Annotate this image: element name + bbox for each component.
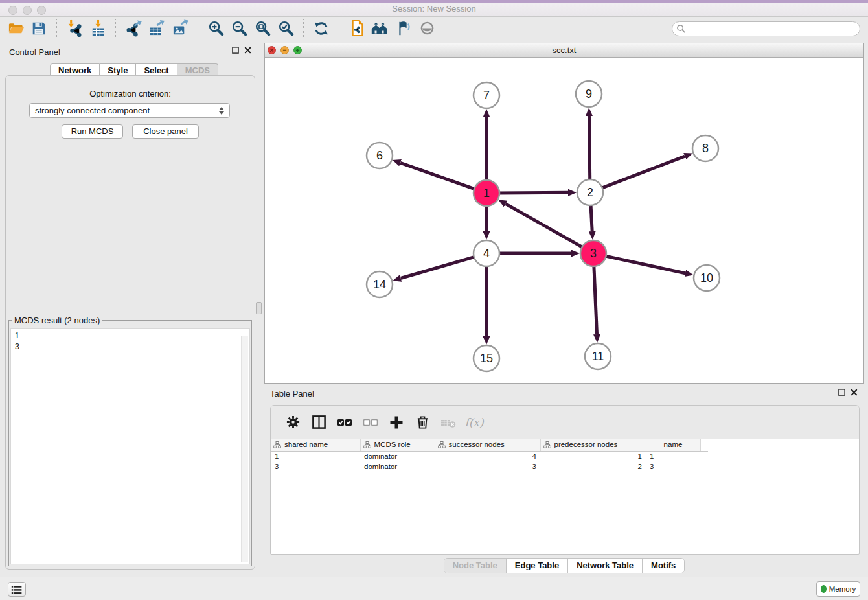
network-window-titlebar[interactable]: scc.txt	[265, 43, 863, 58]
float-panel-icon[interactable]	[838, 389, 845, 396]
graph-edge-2-9[interactable]	[589, 116, 589, 181]
tab-motifs[interactable]: Motifs	[642, 559, 684, 573]
list-icon	[11, 584, 23, 595]
graph-node-label-9: 9	[586, 87, 592, 100]
tab-edge-table[interactable]: Edge Table	[506, 559, 567, 573]
export-table-button[interactable]	[145, 18, 168, 39]
column-header-name[interactable]: name	[646, 439, 700, 451]
export-network-button[interactable]	[122, 18, 145, 39]
cell-successor-nodes[interactable]: 3	[435, 461, 540, 472]
tab-network[interactable]: Network	[50, 63, 100, 76]
float-panel-icon[interactable]	[232, 47, 239, 54]
mcds-tab-content: Optimization criterion: strongly connect…	[5, 75, 255, 570]
zoom-in-button[interactable]	[204, 18, 227, 39]
close-panel-icon[interactable]	[244, 47, 251, 54]
toolbar-separator	[198, 19, 198, 38]
task-history-button[interactable]	[8, 582, 26, 597]
cell-successor-nodes[interactable]: 4	[435, 451, 540, 461]
fx-icon: f(x)	[464, 416, 483, 429]
table-settings-button[interactable]	[281, 411, 304, 434]
graph-edge-3-1[interactable]	[506, 204, 584, 248]
optimization-criterion-select[interactable]: strongly connected component	[29, 103, 230, 118]
close-panel-icon[interactable]	[851, 389, 858, 396]
vertical-splitter-handle[interactable]	[256, 302, 262, 314]
zoom-fit-button[interactable]	[251, 18, 274, 39]
result-scrollbar[interactable]	[241, 336, 248, 562]
tab-mcds[interactable]: MCDS	[177, 63, 218, 76]
import-network-button[interactable]	[63, 18, 86, 39]
home-button[interactable]	[369, 18, 392, 39]
column-header-successor-nodes[interactable]: successor nodes	[435, 439, 540, 451]
add-column-button[interactable]	[385, 411, 408, 434]
zoom-out-button[interactable]	[227, 18, 251, 39]
zoom-selected-button[interactable]	[274, 18, 297, 39]
table-panel-tabs: Node Table Edge Table Network Table Moti…	[264, 558, 864, 573]
graph-edge-3-11[interactable]	[594, 265, 597, 334]
cell-mcds-role[interactable]: dominator	[360, 461, 435, 472]
column-header-shared-name[interactable]: shared name	[271, 439, 360, 451]
search-field	[672, 21, 860, 36]
zoom-in-icon	[207, 19, 225, 37]
open-file-button[interactable]	[4, 18, 27, 39]
cell-shared-name[interactable]: 3	[271, 461, 360, 472]
status-bar: Memory	[0, 577, 868, 600]
graph-node-label-6: 6	[376, 149, 383, 162]
search-input[interactable]	[686, 23, 860, 35]
network-overview-button[interactable]	[345, 18, 369, 39]
network-window-title: scc.txt	[265, 45, 863, 55]
save-session-button[interactable]	[27, 18, 51, 39]
import-table-icon	[89, 19, 107, 37]
apply-layout-button[interactable]	[310, 18, 333, 39]
export-table-icon	[148, 19, 166, 37]
table-header-row: shared name MCDS role successor nodes pr…	[271, 439, 708, 451]
column-header-mcds-role[interactable]: MCDS role	[360, 439, 435, 451]
column-label: shared name	[284, 441, 328, 448]
tree-icon	[543, 441, 551, 448]
cell-shared-name[interactable]: 1	[271, 451, 360, 461]
tree-icon	[438, 441, 446, 448]
run-mcds-button[interactable]: Run MCDS	[62, 124, 123, 139]
cell-predecessor-nodes[interactable]: 1	[540, 451, 646, 461]
style-preview-button[interactable]	[392, 18, 415, 39]
graph-edge-3-10[interactable]	[605, 256, 685, 273]
tab-select[interactable]: Select	[136, 63, 177, 76]
save-icon	[30, 20, 47, 37]
select-all-button[interactable]	[333, 411, 356, 434]
memory-button[interactable]: Memory	[816, 581, 860, 597]
eye-icon	[418, 19, 436, 37]
delete-table-button-disabled	[437, 411, 460, 434]
tab-node-table[interactable]: Node Table	[444, 559, 506, 573]
deselect-all-button[interactable]	[359, 411, 382, 434]
table-row[interactable]: 3 dominator 3 2 3	[271, 461, 708, 472]
window-titlebar: Session: New Session	[0, 0, 868, 17]
cell-name[interactable]: 1	[646, 451, 700, 461]
graph-node-label-1: 1	[483, 187, 490, 200]
open-folder-icon	[7, 19, 25, 37]
cell-name[interactable]: 3	[646, 461, 700, 472]
cell-filler	[700, 461, 708, 472]
graph-edge-1-2[interactable]	[498, 192, 568, 193]
cell-mcds-role[interactable]: dominator	[360, 451, 435, 461]
delete-column-button[interactable]	[411, 411, 434, 434]
export-image-button[interactable]	[168, 18, 192, 39]
column-layout-button[interactable]	[307, 411, 330, 434]
graph-edge-4-14[interactable]	[401, 257, 475, 278]
hide-details-button[interactable]	[415, 18, 439, 39]
import-table-button[interactable]	[86, 18, 109, 39]
graph-edge-2-8[interactable]	[601, 156, 685, 188]
table-row[interactable]: 1 dominator 4 1 1	[271, 451, 708, 461]
network-canvas[interactable]: 7968124314101511	[265, 58, 863, 383]
toolbar-separator	[115, 19, 116, 38]
cell-predecessor-nodes[interactable]: 2	[540, 461, 646, 472]
close-panel-button[interactable]: Close panel	[132, 124, 199, 139]
graph-edge-1-6[interactable]	[400, 163, 475, 189]
column-label: MCDS role	[374, 441, 411, 448]
result-line: 1	[15, 330, 246, 341]
tab-network-table[interactable]: Network Table	[567, 559, 642, 573]
graph-svg[interactable]: 7968124314101511	[265, 58, 863, 383]
mcds-result-text[interactable]: 1 3	[10, 328, 250, 564]
tab-style[interactable]: Style	[100, 63, 136, 76]
control-panel: Control Panel Network Style Select MCDS …	[0, 40, 260, 577]
column-header-predecessor-nodes[interactable]: predecessor nodes	[540, 439, 646, 451]
graph-edge-2-3[interactable]	[591, 204, 592, 231]
